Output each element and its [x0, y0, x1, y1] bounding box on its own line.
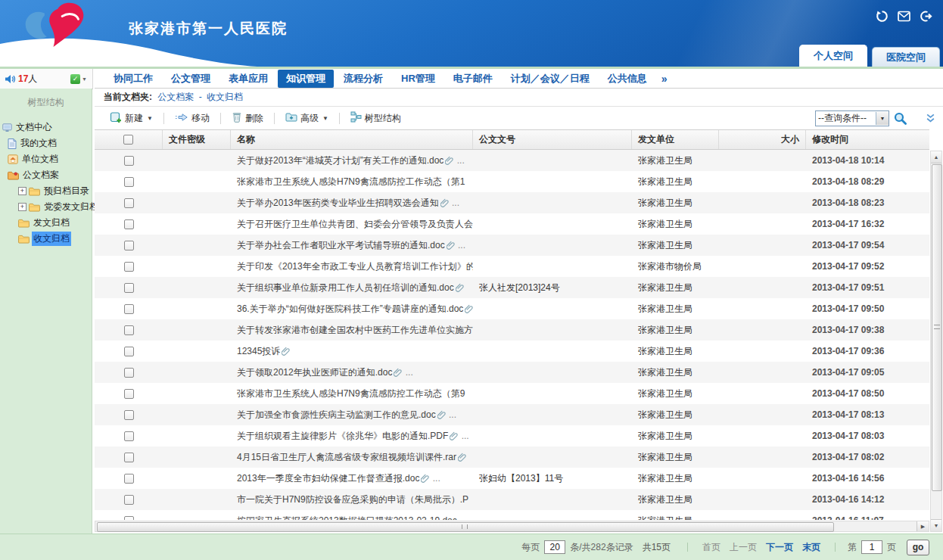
search-icon[interactable]: [893, 111, 907, 126]
row-checkbox[interactable]: [124, 347, 134, 356]
vertical-scrollbar[interactable]: ▲ ▼: [930, 151, 942, 532]
row-checkbox[interactable]: [124, 262, 134, 272]
select-arrow-icon: ▼: [876, 112, 889, 125]
last-page-link[interactable]: 末页: [802, 541, 820, 554]
header: 张家港市第一人民医院 个人空间医院空间: [0, 0, 943, 67]
scroll-down-icon[interactable]: ▼: [931, 519, 941, 531]
doc-name-link[interactable]: 关于举办社会工作者职业水平考试辅导班的通知.doc ...: [231, 239, 473, 252]
tree-item-6[interactable]: 发文归档: [0, 215, 92, 231]
doc-name-link[interactable]: 关于加强全市食源性疾病主动监测工作的意见.doc ...: [231, 409, 473, 422]
row-checkbox[interactable]: [124, 219, 134, 229]
row-checkbox[interactable]: [124, 474, 134, 484]
row-checkbox[interactable]: [124, 177, 134, 187]
row-checkbox[interactable]: [124, 304, 134, 314]
window-icons: [876, 10, 932, 23]
tree-item-0[interactable]: 文档中心: [0, 120, 92, 135]
page-number-input[interactable]: [861, 540, 882, 554]
horizontal-scrollbar-thumb[interactable]: [97, 522, 834, 532]
doc-name-link[interactable]: 4月15日省卫生厅人禽流感省级专家组视频培训课件.rar: [231, 451, 473, 464]
refresh-icon[interactable]: [876, 10, 889, 23]
row-checkbox[interactable]: [124, 198, 134, 208]
status-dropdown[interactable]: ✓ ▼: [70, 74, 87, 84]
row-checkbox[interactable]: [124, 453, 134, 462]
toolbar-button-3[interactable]: 高级▼: [282, 112, 331, 125]
nav-item-5[interactable]: HR管理: [393, 70, 443, 88]
doc-name-link[interactable]: 市一院关于H7N9防控设备应急采购的申请（朱局批示）.P: [231, 493, 473, 506]
name-ellipsis: ...: [454, 155, 464, 166]
tree-item-7[interactable]: 收文归档: [0, 231, 92, 247]
tree-item-2[interactable]: 单位文档: [0, 151, 92, 167]
row-checkbox[interactable]: [124, 389, 134, 399]
mail-icon[interactable]: [898, 11, 910, 22]
row-checkbox[interactable]: [124, 495, 134, 505]
cell-unit: 张家港卫生局: [632, 218, 719, 231]
row-checkbox[interactable]: [124, 283, 134, 293]
doc-name-link[interactable]: 关于印发《2013年全市政工专业人员教育培训工作计划》的: [231, 260, 473, 273]
row-checkbox[interactable]: [124, 156, 134, 166]
go-button[interactable]: go: [907, 540, 929, 555]
tab-personal-space[interactable]: 个人空间: [799, 45, 867, 67]
table-row: 4月15日省卫生厅人禽流感省级专家组视频培训课件.rar张家港卫生局2013-0…: [95, 446, 929, 468]
doc-name-link[interactable]: 关于组织事业单位新录用工作人员初任培训的通知.doc: [231, 282, 473, 294]
row-checkbox[interactable]: [124, 325, 134, 335]
query-condition-select[interactable]: --查询条件-- ▼: [815, 110, 889, 126]
nav-item-6[interactable]: 电子邮件: [445, 70, 501, 88]
tree-item-1[interactable]: 我的文档: [0, 135, 92, 151]
tree-item-5[interactable]: +党委发文归档: [0, 199, 92, 215]
double-chevron-down-icon[interactable]: [926, 114, 935, 123]
row-checkbox[interactable]: [124, 431, 134, 441]
col-header-name: 名称: [231, 130, 473, 149]
nav-item-8[interactable]: 公共信息: [599, 70, 655, 88]
doc-name-link[interactable]: 2013年一季度全市妇幼保健工作督查通报.doc ...: [231, 472, 473, 485]
next-page-link[interactable]: 下一页: [766, 541, 793, 554]
nav-item-2[interactable]: 表单应用: [220, 70, 276, 88]
expand-plus-icon[interactable]: +: [18, 203, 26, 211]
toolbar-button-0[interactable]: 新建▼: [107, 111, 156, 126]
first-page-link[interactable]: 首页: [702, 541, 720, 554]
paperclip-icon: [456, 283, 465, 294]
col-header-size: 大小: [719, 130, 806, 149]
horizontal-scrollbar[interactable]: ▶: [95, 521, 929, 532]
tree-item-4[interactable]: +预归档目录: [0, 183, 92, 199]
doc-name-link[interactable]: 关于领取2012年执业医师证的通知.doc ...: [231, 366, 473, 379]
scroll-right-icon[interactable]: ▶: [917, 521, 929, 531]
expand-plus-icon[interactable]: +: [18, 187, 26, 195]
nav-item-7[interactable]: 计划／会议／日程: [503, 70, 598, 88]
row-checkbox[interactable]: [124, 410, 134, 420]
breadcrumb-parent-link[interactable]: 公文档案: [157, 92, 194, 102]
vertical-scrollbar-thumb[interactable]: [932, 164, 942, 491]
toolbar-button-1[interactable]: 移动: [172, 112, 213, 125]
nav-more-icon[interactable]: »: [657, 73, 672, 85]
toolbar-button-label: 新建: [125, 112, 143, 125]
select-all-checkbox[interactable]: [123, 135, 133, 145]
doc-name-link[interactable]: 张家港市卫生系统人感染H7N9禽流感防控工作动态（第1: [231, 176, 473, 188]
nav-item-1[interactable]: 公文管理: [163, 70, 219, 88]
doc-name-link[interactable]: 关于做好2013年“港城英才计划”有关工作的通知.doc ...: [231, 154, 473, 167]
scroll-up-icon[interactable]: ▲: [931, 151, 941, 163]
doc-name-link[interactable]: 张家港市卫生系统人感染H7N9禽流感防控工作动态（第9: [231, 387, 473, 400]
table-row: 2013年一季度全市妇幼保健工作督查通报.doc ...张妇幼【2013】11号…: [95, 468, 929, 489]
nav-item-3[interactable]: 知识管理: [278, 70, 334, 88]
row-checkbox[interactable]: [124, 241, 134, 250]
toolbar-button-4[interactable]: 树型结构: [347, 111, 404, 125]
tree-item-3[interactable]: 公文档案: [0, 167, 92, 183]
cell-time: 2013-04-17 09:36: [806, 346, 929, 356]
row-checkbox[interactable]: [124, 368, 134, 378]
doc-name-link[interactable]: 关于转发张家港市创建全国农村中医药工作先进单位实施方: [231, 324, 473, 337]
prev-page-link[interactable]: 上一页: [730, 541, 757, 554]
doc-name-link[interactable]: 关于举办2013年医药类专业毕业生招聘双选会通知 ...: [231, 197, 473, 210]
row-checkbox[interactable]: [124, 516, 134, 521]
breadcrumb-current-link[interactable]: 收文归档: [207, 92, 243, 102]
doc-name-link[interactable]: 按国家卫生直报系统2013数据接口规范2013-02-19.doc ...: [231, 515, 473, 521]
doc-name-link[interactable]: 关于召开医疗卫生单位共青团、妇委会分管领导及负责人会: [231, 218, 473, 231]
nav-item-0[interactable]: 协同工作: [105, 70, 161, 88]
doc-name-link[interactable]: 36.关于举办“如何做好医院科技工作”专题讲座的通知.doc: [231, 303, 473, 316]
nav-item-4[interactable]: 流程分析: [335, 70, 391, 88]
tab-hospital-space[interactable]: 医院空间: [872, 47, 940, 67]
doc-name-link[interactable]: 关于组织观看主旋律影片《徐兆华》电影的通知.PDF ...: [231, 430, 473, 443]
per-page-input[interactable]: [544, 540, 565, 554]
doc-name-link[interactable]: 12345投诉: [231, 345, 473, 358]
logout-icon[interactable]: [920, 10, 932, 23]
tree-item-label: 收文归档: [32, 232, 71, 246]
toolbar-button-2[interactable]: 删除: [229, 111, 266, 125]
